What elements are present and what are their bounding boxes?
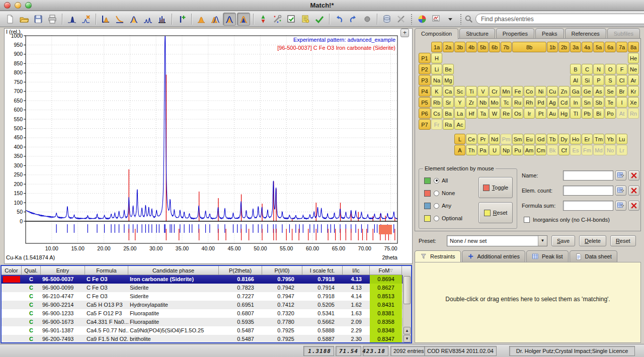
element-button-f[interactable]: F: [616, 64, 627, 74]
peak-search-icon[interactable]: [141, 13, 154, 26]
element-button-er[interactable]: Er: [582, 134, 593, 144]
element-button-nb[interactable]: Nb: [477, 97, 489, 108]
new-document-icon[interactable]: [4, 13, 17, 26]
element-button-co[interactable]: Co: [524, 86, 535, 97]
period-group-button-6b[interactable]: 6b: [489, 42, 500, 52]
period-group-button-2a[interactable]: 2a: [443, 42, 454, 52]
element-button-fe[interactable]: Fe: [512, 86, 523, 97]
element-button-ho[interactable]: Ho: [570, 134, 581, 144]
period-group-button-p4[interactable]: P4: [419, 86, 431, 97]
element-button-ta[interactable]: Ta: [477, 108, 489, 119]
element-button-am[interactable]: Am: [524, 145, 535, 155]
period-group-button-p3[interactable]: P3: [419, 75, 431, 85]
element-button-tb[interactable]: Tb: [547, 134, 558, 144]
element-button-as[interactable]: As: [593, 86, 604, 97]
table-vertical-scrollbar[interactable]: ▲▼: [403, 275, 411, 342]
element-button-ni[interactable]: Ni: [535, 86, 546, 97]
scroll-down-button[interactable]: ▼: [404, 335, 411, 342]
save-icon[interactable]: [32, 13, 45, 26]
tab-additional-entries[interactable]: Additional entries: [462, 250, 525, 262]
element-button-o[interactable]: O: [605, 64, 616, 74]
element-button-ar[interactable]: Ar: [628, 75, 639, 85]
period-group-button-p1[interactable]: P1: [419, 53, 431, 63]
element-button-re[interactable]: Re: [501, 108, 512, 119]
candidate-results-table[interactable]: ColorQual.EntryFormulaCandidate phaseP(2…: [1, 265, 412, 343]
inorganics-only-row[interactable]: Inorganics only (no C-H-bonds): [524, 217, 610, 223]
period-group-button-5b[interactable]: 5b: [477, 42, 489, 52]
element-button-tm[interactable]: Tm: [593, 134, 604, 144]
column-header-i-scale-fct-[interactable]: I scale fct.: [302, 266, 343, 275]
name-clear-button[interactable]: [628, 170, 639, 181]
element-button-sr[interactable]: Sr: [443, 97, 454, 108]
period-group-button-7b[interactable]: 7b: [501, 42, 512, 52]
element-button-tl[interactable]: Tl: [570, 108, 581, 119]
element-button-nd[interactable]: Nd: [489, 134, 500, 144]
database-icon[interactable]: [380, 13, 393, 26]
element-button-np[interactable]: Np: [501, 145, 512, 155]
element-button-xe[interactable]: Xe: [628, 97, 639, 108]
element-button-bi[interactable]: Bi: [593, 108, 604, 119]
element-button-po[interactable]: Po: [605, 108, 616, 119]
element-button-ag[interactable]: Ag: [547, 97, 558, 108]
element-button-pr[interactable]: Pr: [477, 134, 489, 144]
period-group-button-p6[interactable]: P6: [419, 108, 431, 119]
tab-composition[interactable]: Composition: [415, 28, 458, 39]
element-button-rh[interactable]: Rh: [524, 97, 535, 108]
column-header-color[interactable]: Color: [2, 266, 22, 275]
radio-any[interactable]: [434, 203, 439, 209]
table-row[interactable]: C96-900-1233Ca5 F O12 P3Fluorapatite0.68…: [2, 309, 411, 318]
element-button-cf[interactable]: Cf: [558, 145, 570, 155]
element-button-v[interactable]: V: [477, 86, 489, 97]
element-button-zn[interactable]: Zn: [558, 86, 570, 97]
process-tools-icon[interactable]: [79, 13, 93, 26]
element-button-pb[interactable]: Pb: [582, 108, 593, 119]
name-field[interactable]: [563, 170, 613, 181]
element-button-pd[interactable]: Pd: [535, 97, 546, 108]
period-group-button-p5[interactable]: P5: [419, 97, 431, 108]
element-button-ti[interactable]: Ti: [466, 86, 477, 97]
intensity-adjust-icon[interactable]: [257, 13, 270, 26]
tab-properties[interactable]: Properties: [496, 28, 534, 38]
radio-none[interactable]: [434, 191, 439, 196]
period-group-button-7a[interactable]: 7a: [616, 42, 627, 52]
chart-plus-button[interactable]: +: [400, 29, 409, 37]
element-button-pu[interactable]: Pu: [512, 145, 523, 155]
selection-mode-optional[interactable]: Optional: [424, 214, 462, 223]
element-button-pt[interactable]: Pt: [535, 108, 546, 119]
element-button-ce[interactable]: Ce: [466, 134, 477, 144]
element-button-br[interactable]: Br: [616, 86, 627, 97]
export-graphic-icon[interactable]: [430, 13, 443, 26]
element-button-sb[interactable]: Sb: [593, 97, 604, 108]
column-header-entry[interactable]: Entry: [41, 266, 85, 275]
period-group-button-1b[interactable]: 1b: [547, 42, 558, 52]
element-button-al[interactable]: Al: [570, 75, 581, 85]
matching-drop-panel[interactable]: Double-click or drag entries here to sel…: [415, 262, 641, 343]
diffraction-chart[interactable]: 0501001502002503003504004505005506006507…: [5, 29, 412, 264]
element-button-ru[interactable]: Ru: [512, 97, 523, 108]
element-button-cu[interactable]: Cu: [547, 86, 558, 97]
element-button-cs[interactable]: Cs: [431, 108, 442, 119]
element-button-li[interactable]: Li: [431, 64, 442, 74]
table-row[interactable]: C96-200-7493Ca9 F1.5 Nd O2...britholite0…: [2, 335, 411, 343]
record-icon[interactable]: [361, 13, 374, 26]
element-button-mg[interactable]: Mg: [443, 75, 454, 85]
report-notes-icon[interactable]: [299, 13, 312, 26]
element-button-sm[interactable]: Sm: [512, 134, 523, 144]
element-button-sn[interactable]: Sn: [582, 97, 593, 108]
period-group-button-p2[interactable]: P2: [419, 64, 431, 74]
color-wheel-icon[interactable]: [416, 13, 429, 26]
tab-structure[interactable]: Structure: [459, 28, 495, 38]
period-group-button-3a[interactable]: 3a: [570, 42, 581, 52]
element-button-s[interactable]: S: [605, 75, 616, 85]
tab-peak-list[interactable]: Peak list: [526, 250, 569, 262]
element-button-be[interactable]: Be: [443, 64, 454, 74]
element-button-la[interactable]: La: [454, 108, 465, 119]
element-button-dy[interactable]: Dy: [558, 134, 570, 144]
reset-selection-button[interactable]: Reset: [478, 202, 513, 223]
tab-references[interactable]: References: [565, 28, 606, 38]
options-tools-icon[interactable]: [394, 13, 408, 26]
element-button-eu[interactable]: Eu: [524, 134, 535, 144]
element-button-k[interactable]: K: [431, 86, 442, 97]
element-button-na[interactable]: Na: [431, 75, 442, 85]
element-button-w[interactable]: W: [489, 108, 500, 119]
